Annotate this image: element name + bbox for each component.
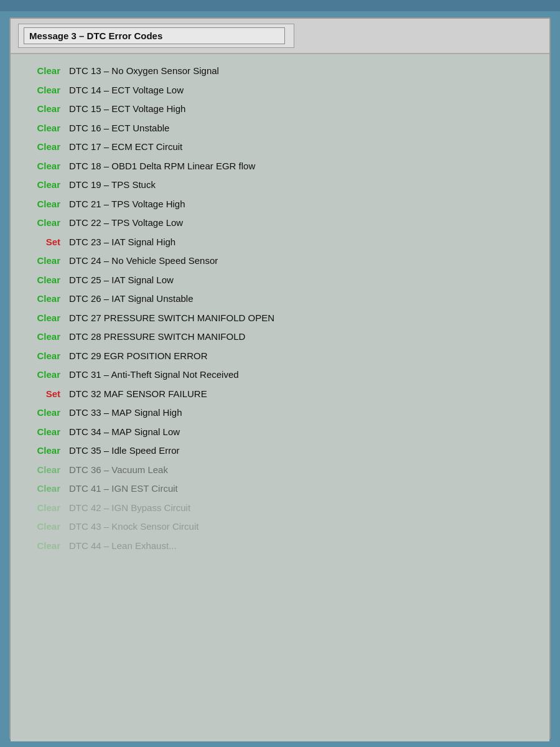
dtc-row: ClearDTC 27 PRESSURE SWITCH MANIFOLD OPE… xyxy=(23,309,537,328)
status-label: Clear xyxy=(23,520,60,534)
dtc-code-text: DTC 24 – No Vehicle Speed Sensor xyxy=(69,254,218,268)
content-area: ClearDTC 13 – No Oxygen Sensor SignalCle… xyxy=(11,54,549,741)
dtc-row: ClearDTC 28 PRESSURE SWITCH MANIFOLD xyxy=(23,327,537,347)
status-label: Clear xyxy=(23,273,60,288)
dtc-row: ClearDTC 14 – ECT Voltage Low xyxy=(23,81,537,100)
dtc-row: ClearDTC 19 – TPS Stuck xyxy=(23,176,537,195)
status-label: Clear xyxy=(23,330,60,344)
dtc-code-text: DTC 32 MAF SENSOR FAILURE xyxy=(69,387,207,402)
status-label: Clear xyxy=(23,501,60,515)
status-label: Clear xyxy=(23,292,60,306)
status-label: Set xyxy=(23,387,60,402)
status-label: Clear xyxy=(23,140,60,154)
top-bar xyxy=(0,0,560,11)
status-label: Clear xyxy=(23,216,60,230)
dtc-row: ClearDTC 36 – Vacuum Leak xyxy=(23,461,537,480)
status-label: Clear xyxy=(23,102,60,116)
dtc-code-text: DTC 27 PRESSURE SWITCH MANIFOLD OPEN xyxy=(69,311,274,326)
dtc-code-text: DTC 25 – IAT Signal Low xyxy=(69,273,174,288)
dtc-row: ClearDTC 33 – MAP Signal High xyxy=(23,403,537,423)
dtc-code-text: DTC 36 – Vacuum Leak xyxy=(69,463,168,477)
dtc-row: ClearDTC 41 – IGN EST Circuit xyxy=(23,479,537,499)
status-label: Clear xyxy=(23,444,60,458)
dtc-code-text: DTC 34 – MAP Signal Low xyxy=(69,425,180,439)
dtc-row: ClearDTC 15 – ECT Voltage High xyxy=(23,100,537,119)
status-label: Clear xyxy=(23,539,60,553)
dtc-code-text: DTC 23 – IAT Signal High xyxy=(69,235,175,250)
dtc-code-text: DTC 31 – Anti-Theft Signal Not Received xyxy=(69,368,239,382)
dtc-code-text: DTC 29 EGR POSITION ERROR xyxy=(69,349,208,364)
dtc-code-text: DTC 14 – ECT Voltage Low xyxy=(69,83,184,98)
dtc-row: ClearDTC 25 – IAT Signal Low xyxy=(23,271,537,290)
dtc-row: ClearDTC 16 – ECT Unstable xyxy=(23,119,537,138)
dtc-row: ClearDTC 13 – No Oxygen Sensor Signal xyxy=(23,62,537,81)
dtc-code-text: DTC 42 – IGN Bypass Circuit xyxy=(69,501,190,515)
dtc-row: ClearDTC 17 – ECM ECT Circuit xyxy=(23,138,537,157)
dtc-code-text: DTC 22 – TPS Voltage Low xyxy=(69,216,183,230)
status-label: Clear xyxy=(23,482,60,496)
dtc-row: ClearDTC 35 – Idle Speed Error xyxy=(23,441,537,461)
dtc-code-text: DTC 16 – ECT Unstable xyxy=(69,121,169,136)
dtc-code-text: DTC 18 – OBD1 Delta RPM Linear EGR flow xyxy=(69,159,255,174)
status-label: Clear xyxy=(23,178,60,192)
status-label: Clear xyxy=(23,311,60,326)
dtc-code-text: DTC 21 – TPS Voltage High xyxy=(69,197,185,212)
dtc-code-text: DTC 33 – MAP Signal High xyxy=(69,406,182,420)
dtc-row: ClearDTC 31 – Anti-Theft Signal Not Rece… xyxy=(23,365,537,385)
message-dropdown[interactable]: Message 3 – DTC Error Codes xyxy=(24,27,285,44)
dtc-code-text: DTC 26 – IAT Signal Unstable xyxy=(69,292,194,306)
dtc-code-text: DTC 17 – ECM ECT Circuit xyxy=(69,140,182,154)
status-label: Clear xyxy=(23,254,60,268)
status-label: Set xyxy=(23,235,60,250)
status-label: Clear xyxy=(23,159,60,174)
dtc-code-text: DTC 13 – No Oxygen Sensor Signal xyxy=(69,64,219,78)
dtc-row: ClearDTC 18 – OBD1 Delta RPM Linear EGR … xyxy=(23,157,537,176)
status-label: Clear xyxy=(23,406,60,420)
dtc-code-text: DTC 41 – IGN EST Circuit xyxy=(69,482,178,496)
dtc-row: ClearDTC 43 – Knock Sensor Circuit xyxy=(23,517,537,537)
dropdown-bar: Message 3 – DTC Error Codes xyxy=(11,19,549,54)
dtc-code-text: DTC 35 – Idle Speed Error xyxy=(69,444,180,458)
dtc-row: ClearDTC 29 EGR POSITION ERROR xyxy=(23,347,537,366)
status-label: Clear xyxy=(23,64,60,78)
dtc-row: ClearDTC 24 – No Vehicle Speed Sensor xyxy=(23,251,537,271)
status-label: Clear xyxy=(23,425,60,439)
status-label: Clear xyxy=(23,121,60,136)
dtc-code-text: DTC 44 – Lean Exhaust... xyxy=(69,539,177,553)
status-label: Clear xyxy=(23,368,60,382)
dtc-row: ClearDTC 26 – IAT Signal Unstable xyxy=(23,289,537,309)
dtc-row: SetDTC 23 – IAT Signal High xyxy=(23,233,537,252)
dtc-row: ClearDTC 22 – TPS Voltage Low xyxy=(23,214,537,233)
dtc-code-text: DTC 15 – ECT Voltage High xyxy=(69,102,185,116)
dtc-row: ClearDTC 21 – TPS Voltage High xyxy=(23,195,537,214)
main-container: Message 3 – DTC Error Codes ClearDTC 13 … xyxy=(9,17,551,740)
dtc-row: ClearDTC 44 – Lean Exhaust... xyxy=(23,537,537,556)
dtc-code-text: DTC 19 – TPS Stuck xyxy=(69,178,156,192)
dtc-code-text: DTC 43 – Knock Sensor Circuit xyxy=(69,520,198,534)
dtc-row: ClearDTC 42 – IGN Bypass Circuit xyxy=(23,499,537,518)
dropdown-wrapper[interactable]: Message 3 – DTC Error Codes xyxy=(18,24,294,48)
status-label: Clear xyxy=(23,83,60,98)
dtc-row: SetDTC 32 MAF SENSOR FAILURE xyxy=(23,385,537,404)
status-label: Clear xyxy=(23,349,60,364)
status-label: Clear xyxy=(23,463,60,477)
status-label: Clear xyxy=(23,197,60,212)
dtc-code-text: DTC 28 PRESSURE SWITCH MANIFOLD xyxy=(69,330,245,344)
dtc-row: ClearDTC 34 – MAP Signal Low xyxy=(23,423,537,442)
